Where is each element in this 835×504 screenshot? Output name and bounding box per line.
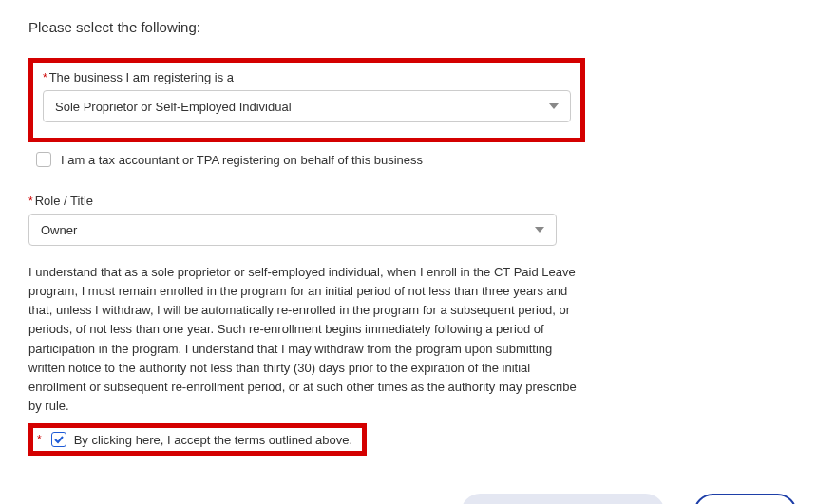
business-type-selected: Sole Proprietor or Self-Employed Individ… (55, 100, 292, 114)
page-prompt: Please select the following: (28, 19, 807, 35)
tpa-checkbox-label: I am a tax accountant or TPA registering… (61, 153, 423, 167)
business-type-label-text: The business I am registering is a (49, 70, 234, 84)
required-mark: * (28, 195, 33, 208)
required-mark: * (37, 433, 42, 446)
business-type-label: *The business I am registering is a (43, 70, 571, 84)
chevron-down-icon (549, 103, 559, 109)
save-finish-later-button[interactable]: Save and Finish Later (461, 494, 665, 504)
chevron-down-icon (535, 227, 544, 233)
footer-buttons: Save and Finish Later Next (28, 494, 807, 504)
role-select[interactable]: Owner (28, 214, 557, 246)
accept-checkbox-label: By clicking here, I accept the terms out… (74, 433, 352, 447)
business-type-highlight: *The business I am registering is a Sole… (28, 58, 585, 142)
role-selected: Owner (41, 223, 77, 237)
terms-text: I understand that as a sole proprietor o… (28, 263, 589, 416)
next-button[interactable]: Next (693, 494, 797, 504)
tpa-checkbox[interactable] (36, 152, 51, 167)
role-label-text: Role / Title (35, 194, 93, 208)
tpa-checkbox-row[interactable]: I am a tax accountant or TPA registering… (36, 152, 807, 167)
required-mark: * (43, 71, 47, 84)
business-type-select[interactable]: Sole Proprietor or Self-Employed Individ… (43, 90, 571, 122)
role-label: *Role / Title (28, 194, 557, 208)
accept-highlight: * By clicking here, I accept the terms o… (28, 423, 367, 456)
accept-checkbox[interactable] (51, 432, 66, 447)
